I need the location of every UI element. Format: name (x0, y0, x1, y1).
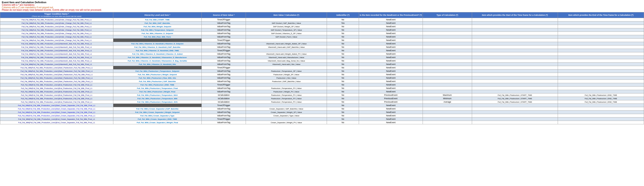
table-row: Full_Fat_Milk|Full_Fat_Milk_Production_L… (0, 28, 644, 32)
col-newevent: Is the Item recorded for the NewEvent or… (359, 12, 422, 18)
table-cell: Full_Fat_Milk|Full_Fat_Milk_Production_L… (0, 80, 113, 83)
table-cell: Full_Fat_Milk | Pasteurizer | Weight_Set… (113, 73, 202, 76)
table-row: Full_Fat_Milk|Full_Fat_Milk_Production_L… (0, 114, 644, 117)
table-row: Full_Fat_Milk|Full_Fat_Milk_Production_L… (0, 21, 644, 25)
table-cell: VitamineD_Hand-add | Manufacturer | Valu… (246, 56, 327, 59)
table-row: Full_Fat_Milk|Full_Fat_Milk_Production_L… (0, 104, 644, 107)
table-cell: No (327, 114, 359, 117)
col-source: Source of Item Value * (202, 12, 246, 18)
table-cell: ValueFromTag (202, 52, 246, 56)
table-cell: Average (423, 100, 472, 104)
table-cell: No (327, 45, 359, 49)
table-cell: Full_Fat_Milk|Full_Fat_Milk_Production_L… (0, 107, 113, 111)
table-cell: Full_Fat_Milk|Full_Fat_Milk_Production_L… (0, 66, 113, 69)
table-cell: No (327, 104, 359, 107)
table-cell: Full_Fat_Milk|Full_Fat_Milk_Production_L… (0, 111, 113, 114)
table-cell: No (327, 56, 359, 59)
table-cell: Full_Fat_Milk | Pasteurizer | END_TIME (113, 83, 202, 87)
table-cell (423, 114, 472, 117)
table-cell (423, 76, 472, 80)
table-cell: Full_Fat_Milk | Cream_Separator | SAP_Ba… (113, 107, 202, 111)
table-cell: Full_Fat_Milk|Full_Fat_Milk_Production_L… (0, 42, 113, 45)
table-cell: Full_Fat_Milk|Full_Fat_Milk_Production_L… (0, 45, 113, 49)
table-cell (558, 121, 644, 124)
table-cell (558, 56, 644, 59)
table-cell (423, 56, 472, 59)
table-cell: NewEvent (359, 28, 422, 32)
page-title: Event Item and Calculation Definition (2, 1, 642, 4)
table-cell: Full_Fat_Milk|Full_Fat_Milk_Production_L… (0, 104, 113, 107)
table-row: Full_Fat_Milk|Full_Fat_Milk_Production_L… (0, 117, 644, 121)
table-cell (423, 111, 472, 114)
table-cell: Full_Fat_Milk | Pasteurizer | Temperatur… (113, 97, 202, 100)
mandatory-line3: Please do not leave empty rows between E… (2, 9, 642, 11)
table-cell (423, 35, 472, 39)
table-cell: Full_Fat_Milk|Full_Fat_Milk_Production_L… (0, 59, 113, 63)
mandatory-line1: Columns with a * are mandatory. (2, 4, 642, 6)
table-cell: IsCalculation (202, 97, 246, 100)
table-cell: SAP-Docket | Weight_SP | Value (246, 25, 327, 28)
table-cell (558, 73, 644, 76)
table-cell: Pasteurizer | Weight_PV | Value (246, 90, 327, 93)
table-row: Full_Fat_Milk|Full_Fat_Milk_Production_L… (0, 39, 644, 42)
table-cell: Full_Fat_Milk | Raw_Milk_Farm (113, 35, 202, 39)
table-cell (472, 42, 558, 45)
table-cell: Full_Fat_Milk|Full_Fat_Milk_Production_L… (0, 52, 113, 56)
table-cell: Full_Fat_Milk | Vitamine_D_HandAdd | Vit… (113, 56, 202, 59)
table-cell: Full_Fat_Milk|Full_Fat_Milk_Production_L… (0, 63, 113, 66)
table-row: Full_Fat_Milk|Full_Fat_Milk_Production_L… (0, 93, 644, 97)
table-cell: TimeOfTrigger (202, 49, 246, 52)
col-starttime: Item which provides the Start of the Tim… (472, 12, 558, 18)
table-cell (472, 121, 558, 124)
table-cell: No (327, 25, 359, 28)
table-cell (423, 104, 472, 107)
col-trigger: Trigger Condition Name * (There are no l… (0, 12, 113, 18)
table-cell: ValueFromTag (202, 90, 246, 93)
table-cell (558, 76, 644, 80)
table-cell: No (327, 111, 359, 114)
table-cell: NewEvent (359, 56, 422, 59)
table-row: Full_Fat_Milk|Full_Fat_Milk_Production_L… (0, 97, 644, 100)
table-row: Full_Fat_Milk|Full_Fat_Milk_Production_L… (0, 18, 644, 21)
table-cell (558, 83, 644, 87)
table-cell: ValueFromTag (202, 87, 246, 90)
table-cell: Yes (327, 21, 359, 25)
table-cell (558, 117, 644, 121)
table-cell (423, 49, 472, 52)
table-cell (472, 39, 558, 42)
table-cell: Cream_Separator | Weight_SP | Value (246, 111, 327, 114)
table-cell (558, 63, 644, 66)
table-cell: Full_Fat_Milk | SAP_BatchNo (113, 21, 202, 25)
table-cell: Full_Fat_Milk|Full_Fat_Milk_Production_L… (0, 90, 113, 93)
table-body: Full_Fat_Milk|Full_Fat_Milk_Production_L… (0, 18, 644, 124)
table-cell: NewEvent (359, 111, 422, 114)
table-cell: Full_Fat_Milk|Full_Fat_Milk_Production_L… (0, 117, 113, 121)
table-cell: Full_Fat_Milk|Full_Fat_Milk_Production_L… (0, 18, 113, 21)
table-cell: No (327, 76, 359, 80)
table-row: Full_Fat_Milk|Full_Fat_Milk_Production_L… (0, 42, 644, 45)
table-row: Full_Fat_Milk|Full_Fat_Milk_Production_L… (0, 73, 644, 76)
main-table: Trigger Condition Name * (There are no l… (0, 12, 644, 124)
table-cell: No (327, 18, 359, 21)
table-cell: IsCalculation (202, 100, 246, 104)
header-info: Event Item and Calculation Definition Co… (0, 0, 644, 12)
table-cell: Full_Fat_Milk | Pasteurizer | Raw_Milk_S… (113, 76, 202, 80)
table-cell (558, 104, 644, 107)
table-cell: ValueFromTag (202, 56, 246, 59)
table-cell: Full_Fat_Milk|Full_Fat_Milk_Production_L… (0, 28, 113, 32)
table-cell: No (327, 59, 359, 63)
table-cell: Full_Fat_Milk | Vitamine_D_Setpoint (113, 32, 202, 35)
table-cell (423, 63, 472, 66)
table-row: Full_Fat_Milk|Full_Fat_Milk_Production_L… (0, 45, 644, 49)
table-cell (423, 87, 472, 90)
table-cell (472, 18, 558, 21)
table-cell: Full_Fat_Milk | Vitamine_D_HandAdd | Vit… (113, 59, 202, 63)
table-cell: Full_Fat_Milk | Pasteurizer | Temperatur… (113, 87, 202, 90)
table-cell (246, 104, 327, 107)
table-cell (472, 66, 558, 69)
table-cell: Minimum (423, 97, 472, 100)
table-cell: NewEvent (359, 49, 422, 52)
table-cell: NewEvent (359, 104, 422, 107)
table-cell: ValueFromTag (202, 114, 246, 117)
table-cell: TimeOfTrigger (202, 83, 246, 87)
